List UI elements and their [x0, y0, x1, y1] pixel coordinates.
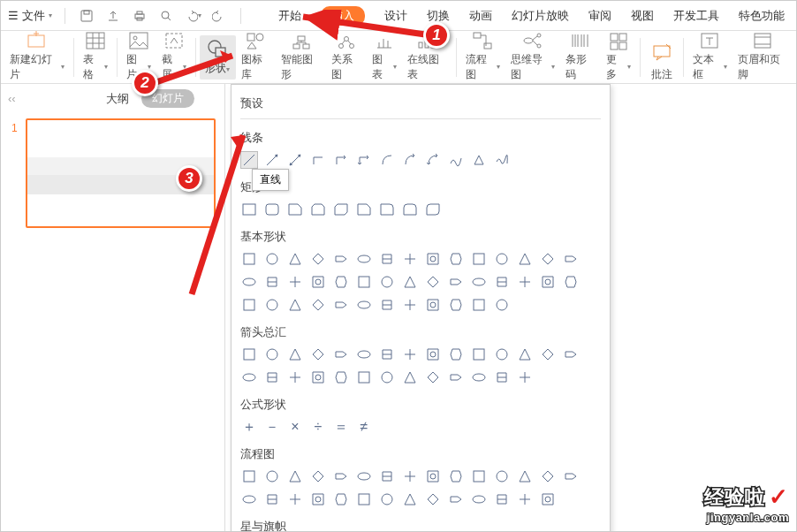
- shape-round-rect[interactable]: [263, 201, 281, 218]
- shape-item[interactable]: [286, 467, 304, 485]
- shape-item[interactable]: [516, 273, 534, 291]
- shape-item[interactable]: [539, 250, 557, 268]
- shape-item[interactable]: [332, 273, 350, 291]
- shape-item[interactable]: [263, 296, 281, 314]
- table-button[interactable]: 表格▾: [78, 33, 113, 82]
- shape-item[interactable]: [447, 273, 465, 291]
- barcode-button[interactable]: 条形码: [560, 33, 601, 82]
- shape-item[interactable]: [263, 467, 281, 485]
- print-icon[interactable]: [131, 7, 148, 25]
- shape-plus[interactable]: ＋: [240, 418, 258, 436]
- shape-minus[interactable]: －: [263, 418, 281, 436]
- shape-curve[interactable]: [378, 151, 396, 169]
- shape-item[interactable]: [401, 250, 419, 268]
- shape-item[interactable]: [401, 490, 419, 508]
- shape-item[interactable]: [562, 273, 580, 291]
- shape-item[interactable]: [332, 346, 350, 363]
- shape-item[interactable]: [539, 346, 557, 363]
- shape-item[interactable]: [401, 467, 419, 485]
- shape-item[interactable]: [286, 273, 304, 291]
- shape-item[interactable]: [309, 369, 327, 386]
- shape-item[interactable]: [332, 250, 350, 268]
- shape-item[interactable]: [470, 346, 488, 363]
- tab-animation[interactable]: 动画: [469, 8, 492, 24]
- shape-item[interactable]: [447, 369, 465, 386]
- shape-item[interactable]: [493, 490, 511, 508]
- shape-item[interactable]: [286, 346, 304, 363]
- mindmap-button[interactable]: 思维导图▾: [505, 33, 560, 82]
- shape-item[interactable]: [378, 250, 396, 268]
- shape-item[interactable]: [309, 346, 327, 363]
- shape-item[interactable]: [332, 467, 350, 485]
- shape-item[interactable]: [378, 273, 396, 291]
- shape-item[interactable]: [309, 467, 327, 485]
- shape-snip1[interactable]: [286, 201, 304, 218]
- shape-item[interactable]: [378, 467, 396, 485]
- shape-item[interactable]: [493, 273, 511, 291]
- shape-item[interactable]: [401, 346, 419, 363]
- shape-item[interactable]: [332, 296, 350, 314]
- shape-item[interactable]: [401, 369, 419, 386]
- shape-item[interactable]: [447, 490, 465, 508]
- shape-item[interactable]: [447, 467, 465, 485]
- shape-freeform[interactable]: [470, 151, 488, 169]
- shape-item[interactable]: [286, 296, 304, 314]
- shape-item[interactable]: [355, 490, 373, 508]
- shape-round2-diag[interactable]: [424, 201, 442, 218]
- shape-item[interactable]: [493, 346, 511, 363]
- shape-equal[interactable]: ＝: [332, 418, 350, 436]
- shape-item[interactable]: [470, 490, 488, 508]
- shape-item[interactable]: [355, 296, 373, 314]
- shape-item[interactable]: [470, 467, 488, 485]
- headerfooter-button[interactable]: 页眉和页脚: [732, 33, 793, 82]
- shape-item[interactable]: [401, 296, 419, 314]
- shape-elbow-double[interactable]: [355, 151, 373, 169]
- preview-icon[interactable]: [157, 7, 175, 25]
- shape-item[interactable]: [516, 490, 534, 508]
- shape-item[interactable]: [332, 369, 350, 386]
- redo-icon[interactable]: [210, 7, 228, 25]
- shape-item[interactable]: [240, 467, 258, 485]
- shape-scribble[interactable]: [493, 151, 511, 169]
- shape-item[interactable]: [516, 369, 534, 386]
- outline-tab[interactable]: 大纲: [106, 91, 129, 107]
- shape-item[interactable]: [424, 467, 442, 485]
- shape-item[interactable]: [424, 296, 442, 314]
- tab-view[interactable]: 视图: [631, 8, 654, 24]
- shape-elbow[interactable]: [309, 151, 327, 169]
- flowchart-button[interactable]: 流程图▾: [460, 33, 505, 82]
- shape-round2-same[interactable]: [401, 201, 419, 218]
- export-icon[interactable]: [104, 7, 122, 25]
- shape-item[interactable]: [470, 250, 488, 268]
- shape-snip-round[interactable]: [355, 201, 373, 218]
- collapse-pane-icon[interactable]: ‹‹: [1, 92, 16, 105]
- shape-item[interactable]: [332, 490, 350, 508]
- shape-item[interactable]: [493, 369, 511, 386]
- tab-slideshow[interactable]: 幻灯片放映: [512, 8, 569, 24]
- shape-item[interactable]: [470, 369, 488, 386]
- shape-item[interactable]: [355, 273, 373, 291]
- annotate-button[interactable]: 批注: [644, 33, 679, 82]
- shape-item[interactable]: [263, 250, 281, 268]
- shape-item[interactable]: [286, 250, 304, 268]
- shape-double-arrow[interactable]: [286, 151, 304, 169]
- shape-item[interactable]: [562, 250, 580, 268]
- shape-item[interactable]: [286, 369, 304, 386]
- shape-item[interactable]: [378, 346, 396, 363]
- save-icon[interactable]: [78, 7, 95, 25]
- shape-snip2[interactable]: [309, 201, 327, 218]
- shape-item[interactable]: [562, 467, 580, 485]
- shape-item[interactable]: [539, 467, 557, 485]
- shape-item[interactable]: [240, 490, 258, 508]
- shape-curve-double[interactable]: [424, 151, 442, 169]
- shape-item[interactable]: [263, 273, 281, 291]
- shape-item[interactable]: [516, 250, 534, 268]
- shape-multiply[interactable]: ×: [286, 418, 304, 436]
- shape-item[interactable]: [424, 250, 442, 268]
- shape-item[interactable]: [562, 346, 580, 363]
- textbox-button[interactable]: 文本框▾: [687, 33, 732, 82]
- shape-item[interactable]: [355, 346, 373, 363]
- shape-item[interactable]: [309, 490, 327, 508]
- shape-item[interactable]: [539, 273, 557, 291]
- shape-item[interactable]: [378, 369, 396, 386]
